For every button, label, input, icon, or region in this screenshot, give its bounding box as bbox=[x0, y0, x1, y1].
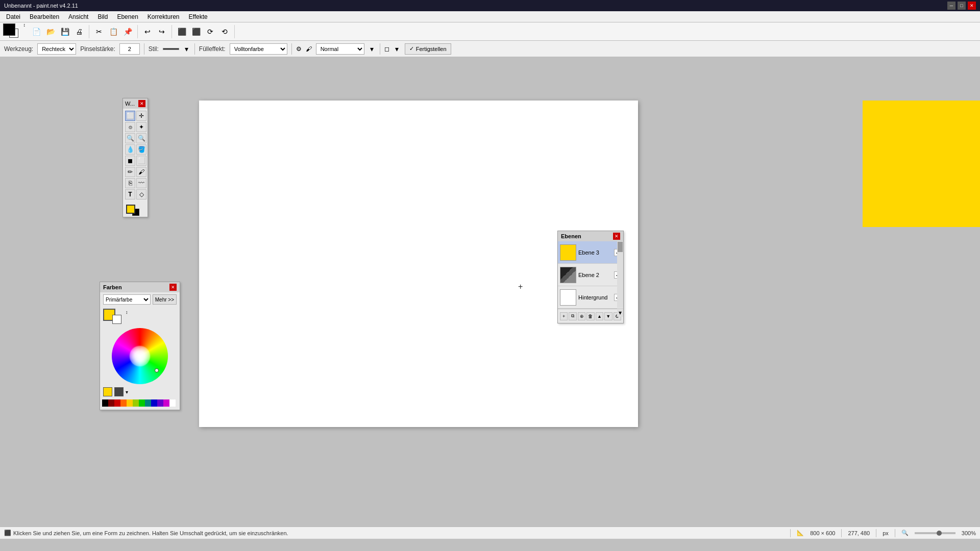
color-swap-icon[interactable]: ↕ bbox=[23, 22, 26, 28]
print-button[interactable]: 🖨 bbox=[72, 25, 86, 38]
tool-panel-header[interactable]: W... ✕ bbox=[123, 98, 148, 109]
blend-mode-select[interactable]: Normal Multiplizieren Abdunkeln bbox=[316, 43, 364, 55]
zoom-in-tool[interactable]: 🔍 bbox=[125, 133, 135, 143]
layer-item-3[interactable]: Ebene 3 ✓ bbox=[558, 241, 623, 264]
color-panel-header[interactable]: Farben ✕ bbox=[100, 282, 180, 292]
palette-swatch-red[interactable] bbox=[114, 399, 120, 407]
palette-swatch-darkred[interactable] bbox=[108, 399, 114, 407]
text-tool[interactable]: T bbox=[125, 189, 135, 199]
minimize-button[interactable]: ─ bbox=[947, 2, 955, 10]
tool-panel-title: W... bbox=[125, 101, 135, 107]
color-wheel[interactable] bbox=[112, 328, 168, 384]
move-layer-down-button[interactable]: ▼ bbox=[604, 312, 612, 320]
secondary-color-preview[interactable] bbox=[112, 315, 121, 324]
flip-h-button[interactable]: ⬛ bbox=[175, 25, 188, 38]
pencil-tool[interactable]: ✏ bbox=[125, 167, 135, 177]
tool-status-icon: ⬛ bbox=[4, 530, 11, 536]
clone-tool[interactable]: ⎘ bbox=[125, 178, 135, 188]
menu-bild[interactable]: Bild bbox=[93, 12, 112, 21]
gradient-tool[interactable]: ◼ bbox=[125, 156, 135, 166]
zoom-slider[interactable] bbox=[915, 532, 955, 534]
new-button[interactable]: 📄 bbox=[30, 25, 43, 38]
menu-ansicht[interactable]: Ansicht bbox=[64, 12, 92, 21]
foreground-color-swatch[interactable] bbox=[3, 23, 15, 36]
add-layer-button[interactable]: + bbox=[560, 312, 568, 320]
palette-swatch-purple[interactable] bbox=[157, 399, 163, 407]
palette-swatch-teal[interactable] bbox=[145, 399, 151, 407]
rotate-ccw-button[interactable]: ⟲ bbox=[218, 25, 231, 38]
flip-v-button[interactable]: ⬛ bbox=[189, 25, 203, 38]
rectangle-select-tool[interactable]: ⬜ bbox=[125, 111, 135, 121]
menu-ebenen[interactable]: Ebenen bbox=[113, 12, 142, 21]
color-panel-close-button[interactable]: ✕ bbox=[169, 284, 177, 291]
brush-tool[interactable]: 🖌 bbox=[136, 167, 146, 177]
fill-select[interactable]: Volltonfarbe Kein Fülleffekt Hintergrund… bbox=[230, 43, 287, 55]
paste-button[interactable]: 📌 bbox=[121, 25, 134, 38]
delete-layer-button[interactable]: 🗑 bbox=[586, 312, 594, 320]
magic-wand-tool[interactable]: ✦ bbox=[136, 122, 146, 132]
mehr-button[interactable]: Mehr >> bbox=[153, 294, 177, 305]
paint-bucket-tool[interactable]: 🪣 bbox=[136, 144, 146, 155]
status-sep3 bbox=[876, 529, 876, 537]
blend-mode-dropdown[interactable]: ▾ bbox=[369, 42, 376, 56]
layers-scroll-down[interactable]: ▾ bbox=[617, 309, 623, 317]
color-mode-select[interactable]: Primärfarbe Sekundärfarbe bbox=[103, 294, 151, 305]
zoom-slider-thumb[interactable] bbox=[937, 531, 942, 536]
rotate-cw-button[interactable]: ⟳ bbox=[204, 25, 217, 38]
move-tool[interactable]: ✛ bbox=[136, 111, 146, 121]
hex-color-swatch2[interactable] bbox=[114, 387, 124, 396]
brush-size-input[interactable] bbox=[119, 43, 140, 55]
maximize-button[interactable]: □ bbox=[958, 2, 966, 10]
style-dropdown-button[interactable]: ▾ bbox=[183, 42, 190, 56]
palette-swatch-orange[interactable] bbox=[120, 399, 127, 407]
layers-scrollbar[interactable] bbox=[617, 241, 623, 308]
tool-panel-close-button[interactable]: ✕ bbox=[138, 100, 145, 107]
toolbox-fg-color[interactable] bbox=[126, 205, 135, 214]
undo-button[interactable]: ↩ bbox=[141, 25, 154, 38]
palette-swatch-green[interactable] bbox=[139, 399, 145, 407]
tool-select[interactable]: Rechteck bbox=[37, 43, 76, 55]
lasso-tool[interactable]: ⌾ bbox=[125, 122, 135, 132]
color-wheel-indicator[interactable] bbox=[155, 368, 159, 372]
hex-color-swatch[interactable] bbox=[103, 387, 112, 396]
color-dropdown-arrow[interactable]: ▾ bbox=[126, 389, 128, 395]
move-layer-up-button[interactable]: ▲ bbox=[596, 312, 603, 320]
layers-scroll-thumb[interactable] bbox=[618, 242, 623, 252]
menu-datei[interactable]: Datei bbox=[2, 12, 24, 21]
open-button[interactable]: 📂 bbox=[44, 25, 57, 38]
palette-swatch-lime[interactable] bbox=[133, 399, 139, 407]
shapes-tool[interactable]: ◇ bbox=[136, 189, 146, 199]
redo-button[interactable]: ↪ bbox=[155, 25, 168, 38]
duplicate-layer-button[interactable]: ⧉ bbox=[569, 312, 576, 320]
finish-button[interactable]: ✓ Fertigstellen bbox=[405, 43, 451, 55]
statusbar: ⬛ Klicken Sie und ziehen Sie, um eine Fo… bbox=[0, 527, 980, 539]
zoom-out-tool[interactable]: 🔍 bbox=[136, 133, 146, 143]
color-panel-toolbar: Primärfarbe Sekundärfarbe Mehr >> bbox=[100, 292, 180, 307]
layers-panel-header[interactable]: Ebenen ✕ bbox=[558, 231, 623, 241]
color-wheel-container[interactable] bbox=[100, 327, 180, 385]
merge-layer-button[interactable]: ⊕ bbox=[578, 312, 585, 320]
palette-swatch-magenta[interactable] bbox=[163, 399, 169, 407]
copy-button[interactable]: 📋 bbox=[107, 25, 120, 38]
layer-background[interactable]: Hintergrund ✓ bbox=[558, 286, 623, 309]
menu-bearbeiten[interactable]: Bearbeiten bbox=[26, 12, 63, 21]
status-hint: Klicken Sie und ziehen Sie, um eine Form… bbox=[13, 530, 288, 536]
palette-swatch-white[interactable] bbox=[169, 399, 176, 407]
palette-swatch-blue[interactable] bbox=[151, 399, 157, 407]
alpha-dropdown[interactable]: ▾ bbox=[394, 42, 401, 56]
smudge-tool[interactable]: 〰 bbox=[136, 178, 146, 188]
eyedropper-tool[interactable]: 💧 bbox=[125, 144, 135, 155]
eraser-tool[interactable]: ⬜ bbox=[136, 156, 146, 166]
palette-swatch-black[interactable] bbox=[102, 399, 108, 407]
color-swap-btn[interactable]: ↕ bbox=[126, 310, 128, 325]
menu-effekte[interactable]: Effekte bbox=[185, 12, 212, 21]
layer-item-2[interactable]: Ebene 2 ✓ bbox=[558, 264, 623, 286]
zoom-level: 300% bbox=[962, 530, 976, 536]
save-button[interactable]: 💾 bbox=[58, 25, 71, 38]
palette-swatch-yellow[interactable] bbox=[127, 399, 133, 407]
close-button[interactable]: ✕ bbox=[968, 2, 976, 10]
cut-button[interactable]: ✂ bbox=[92, 25, 106, 38]
statusbar-left: ⬛ Klicken Sie und ziehen Sie, um eine Fo… bbox=[4, 530, 790, 536]
menu-korrekturen[interactable]: Korrekturen bbox=[143, 12, 184, 21]
layers-panel-close-button[interactable]: ✕ bbox=[613, 233, 620, 240]
